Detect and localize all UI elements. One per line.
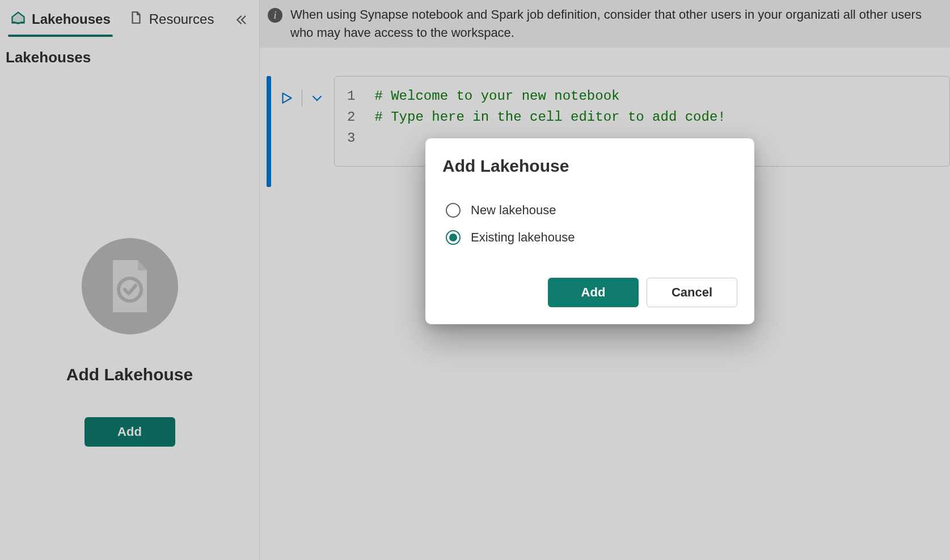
tab-resources[interactable]: Resources xyxy=(126,6,217,36)
chevron-double-left-icon xyxy=(234,19,249,29)
radio-icon xyxy=(446,203,461,218)
tab-resources-label: Resources xyxy=(149,11,214,27)
line-number: 3 xyxy=(347,128,355,149)
separator xyxy=(302,90,302,107)
tab-lakehouses-label: Lakehouses xyxy=(32,11,111,27)
collapse-sidebar-button[interactable] xyxy=(230,8,254,34)
code-line: # Type here in the cell editor to add co… xyxy=(374,107,725,128)
info-icon: i xyxy=(268,8,282,23)
sidebar-add-label: Add xyxy=(117,425,142,439)
sidebar-section-title: Lakehouses xyxy=(0,36,259,72)
cell-run-controls xyxy=(279,90,324,107)
line-number: 1 xyxy=(347,86,355,107)
cell-active-indicator xyxy=(267,76,271,187)
lakehouse-icon xyxy=(10,10,26,29)
radio-new-label: New lakehouse xyxy=(471,203,556,218)
empty-state-title: Add Lakehouse xyxy=(66,365,193,384)
lakehouse-sidebar: Lakehouses Resources Lakehouses xyxy=(0,0,260,560)
dialog-actions: Add Cancel xyxy=(442,278,737,307)
radio-existing-lakehouse[interactable]: Existing lakehouse xyxy=(446,230,737,245)
radio-icon xyxy=(446,230,461,245)
sidebar-add-button[interactable]: Add xyxy=(85,417,175,447)
dialog-cancel-label: Cancel xyxy=(672,285,712,300)
run-cell-button[interactable] xyxy=(279,91,294,105)
code-line: # Welcome to your new notebook xyxy=(374,86,725,107)
line-gutter: 1 2 3 xyxy=(347,86,374,157)
radio-new-lakehouse[interactable]: New lakehouse xyxy=(446,203,737,218)
tab-lakehouses[interactable]: Lakehouses xyxy=(8,5,113,37)
dialog-add-button[interactable]: Add xyxy=(548,278,639,307)
dialog-add-label: Add xyxy=(581,285,606,300)
run-cell-menu-button[interactable] xyxy=(310,91,324,105)
dialog-radio-group: New lakehouse Existing lakehouse xyxy=(442,203,737,245)
sidebar-empty-state: Add Lakehouse Add xyxy=(0,238,259,447)
dialog-title: Add Lakehouse xyxy=(442,156,737,176)
line-number: 2 xyxy=(347,107,355,128)
empty-state-icon xyxy=(82,238,178,334)
radio-existing-label: Existing lakehouse xyxy=(471,230,575,245)
sidebar-tabs: Lakehouses Resources xyxy=(0,0,259,36)
dialog-cancel-button[interactable]: Cancel xyxy=(647,278,737,307)
document-icon xyxy=(129,10,143,28)
add-lakehouse-dialog: Add Lakehouse New lakehouse Existing lak… xyxy=(425,138,754,324)
info-bar: i When using Synapse notebook and Spark … xyxy=(260,0,950,48)
info-bar-text: When using Synapse notebook and Spark jo… xyxy=(290,6,940,42)
